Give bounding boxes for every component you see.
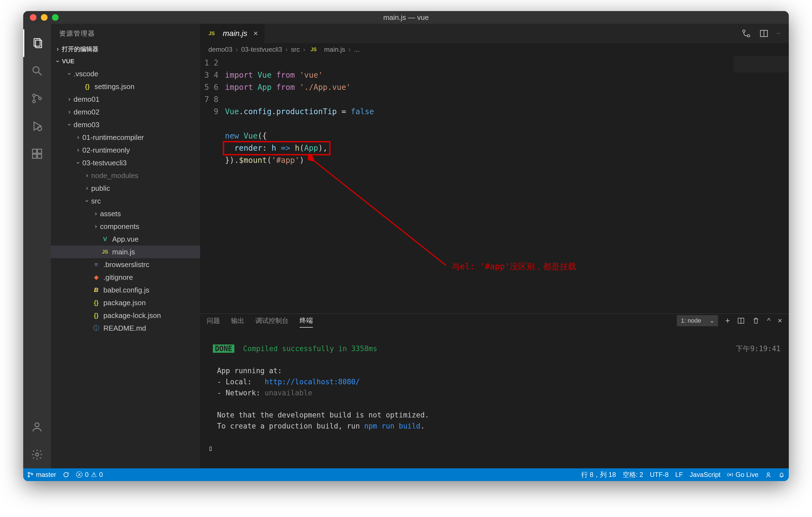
tree-item-main-js[interactable]: JSmain.js	[51, 246, 200, 258]
go-live-button[interactable]: Go Live	[727, 471, 758, 479]
run-debug-icon[interactable]	[23, 112, 51, 140]
svg-rect-12	[37, 149, 42, 153]
svg-point-15	[743, 30, 745, 32]
sync-button[interactable]	[63, 471, 69, 478]
chevron-icon: ›	[83, 185, 91, 192]
js-icon: JS	[207, 31, 217, 36]
tree-item-01-runtimecompiler[interactable]: ›01-runtimecompiler	[51, 131, 200, 144]
tree-item--gitignore[interactable]: ◆.gitignore	[51, 271, 200, 284]
file-tree: ›打开的编辑器 ›VUE ›.vscode{}settings.json›dem…	[51, 43, 200, 468]
svg-point-24	[31, 473, 33, 475]
svg-point-23	[28, 476, 30, 477]
chevron-icon: ›	[84, 197, 91, 205]
panel: 问题 输出 调试控制台 终端 1: node + ^ ×	[200, 314, 789, 468]
tab-terminal[interactable]: 终端	[299, 314, 313, 327]
accounts-icon[interactable]	[23, 413, 51, 441]
tree-label: assets	[100, 209, 121, 218]
explorer-icon[interactable]	[23, 29, 51, 57]
tree-item-babel-config-js[interactable]: Bbabel.config.js	[51, 284, 200, 296]
language-mode[interactable]: JavaScript	[690, 471, 721, 479]
tree-item-README-md[interactable]: ⓘREADME.md	[51, 322, 200, 335]
tree-item-components[interactable]: ›components	[51, 220, 200, 233]
tree-item-demo03[interactable]: ›demo03	[51, 118, 200, 131]
chevron-icon: ›	[66, 70, 73, 78]
tab-main-js[interactable]: JS main.js ×	[200, 24, 264, 43]
feedback-icon[interactable]	[765, 471, 772, 478]
more-actions-icon[interactable]: ···	[777, 31, 781, 36]
chevron-icon: ›	[83, 172, 91, 179]
cursor-position[interactable]: 行 8，列 18	[581, 470, 616, 479]
tree-item-src[interactable]: ›src	[51, 195, 200, 207]
tree-item-settings-json[interactable]: {}settings.json	[51, 80, 200, 93]
tree-item-package-json[interactable]: {}package.json	[51, 296, 200, 309]
git-branch[interactable]: master	[27, 471, 56, 479]
problems-count[interactable]: ⓧ0 ⚠0	[76, 470, 103, 479]
tree-label: public	[91, 184, 110, 193]
settings-gear-icon[interactable]	[23, 441, 51, 468]
tree-label: demo01	[74, 95, 99, 104]
file-icon: B	[91, 286, 101, 294]
svg-rect-9	[33, 149, 37, 153]
svg-point-5	[33, 100, 35, 103]
tab-label: main.js	[223, 29, 248, 38]
file-icon: ≡	[91, 261, 101, 268]
root-section[interactable]: ›VUE	[51, 55, 200, 67]
close-tab-icon[interactable]: ×	[254, 29, 258, 38]
tree-item-03-testvuecli3[interactable]: ›03-testvuecli3	[51, 156, 200, 169]
new-terminal-icon[interactable]: +	[725, 316, 730, 325]
tree-item-package-lock-json[interactable]: {}package-lock.json	[51, 309, 200, 322]
tree-item--browserslistrc[interactable]: ≡.browserslistrc	[51, 258, 200, 271]
search-icon[interactable]	[23, 57, 51, 85]
svg-line-3	[39, 73, 42, 76]
code-content: import Vue from 'vue' import App from '.…	[225, 56, 789, 314]
tree-label: 01-runtimecompiler	[82, 133, 144, 142]
tree-item--vscode[interactable]: ›.vscode	[51, 67, 200, 80]
explorer-sidebar: 资源管理器 ›打开的编辑器 ›VUE ›.vscode{}settings.js…	[51, 24, 200, 468]
editor-area: JS main.js × ··· demo03› 03-testvuecli3›…	[200, 24, 789, 468]
tab-problems[interactable]: 问题	[207, 314, 220, 327]
tree-item-assets[interactable]: ›assets	[51, 207, 200, 220]
minimap[interactable]	[733, 56, 789, 73]
window-controls	[30, 14, 59, 21]
title-bar: main.js — vue	[23, 11, 789, 24]
tree-label: .gitignore	[104, 273, 133, 282]
chevron-icon: ›	[92, 210, 100, 217]
tree-item-node-modules[interactable]: ›node_modules	[51, 169, 200, 182]
chevron-icon: ›	[75, 159, 82, 167]
vscode-window: main.js — vue	[23, 11, 789, 481]
source-control-icon[interactable]	[23, 85, 51, 112]
tree-item-02-runtimeonly[interactable]: ›02-runtimeonly	[51, 144, 200, 156]
svg-point-16	[747, 34, 750, 37]
tree-item-App-vue[interactable]: VApp.vue	[51, 233, 200, 246]
split-terminal-icon[interactable]	[737, 317, 745, 324]
tree-label: node_modules	[91, 171, 139, 180]
notifications-icon[interactable]	[778, 471, 785, 478]
compare-changes-icon[interactable]	[742, 29, 751, 38]
tab-debug-console[interactable]: 调试控制台	[255, 314, 289, 327]
close-panel-icon[interactable]: ×	[778, 316, 782, 325]
split-editor-icon[interactable]	[759, 29, 768, 38]
svg-point-4	[33, 94, 35, 96]
file-icon: {}	[91, 312, 101, 319]
kill-terminal-icon[interactable]	[752, 317, 760, 324]
indentation[interactable]: 空格: 2	[623, 470, 643, 479]
tree-item-public[interactable]: ›public	[51, 182, 200, 195]
terminal-output[interactable]: DONE Compiled successfully in 3358ms下午9:…	[200, 327, 789, 469]
terminal-selector[interactable]: 1: node	[677, 315, 718, 326]
maximize-button[interactable]	[52, 14, 59, 21]
minimize-button[interactable]	[41, 14, 48, 21]
maximize-panel-icon[interactable]: ^	[767, 317, 770, 325]
chevron-icon: ›	[65, 96, 74, 103]
eol[interactable]: LF	[675, 471, 683, 479]
close-button[interactable]	[30, 14, 36, 21]
encoding[interactable]: UTF-8	[650, 471, 669, 479]
tree-item-demo02[interactable]: ›demo02	[51, 106, 200, 118]
svg-point-13	[35, 423, 39, 427]
extensions-icon[interactable]	[23, 140, 51, 168]
breadcrumbs[interactable]: demo03› 03-testvuecli3› src› JS main.js›…	[200, 43, 789, 56]
tree-item-demo01[interactable]: ›demo01	[51, 93, 200, 106]
file-icon: V	[100, 235, 110, 243]
tab-output[interactable]: 输出	[231, 314, 244, 327]
code-editor[interactable]: 1 2 3 4 5 6 7 8 9 import Vue from 'vue' …	[200, 56, 789, 314]
open-editors-section[interactable]: ›打开的编辑器	[51, 43, 200, 55]
